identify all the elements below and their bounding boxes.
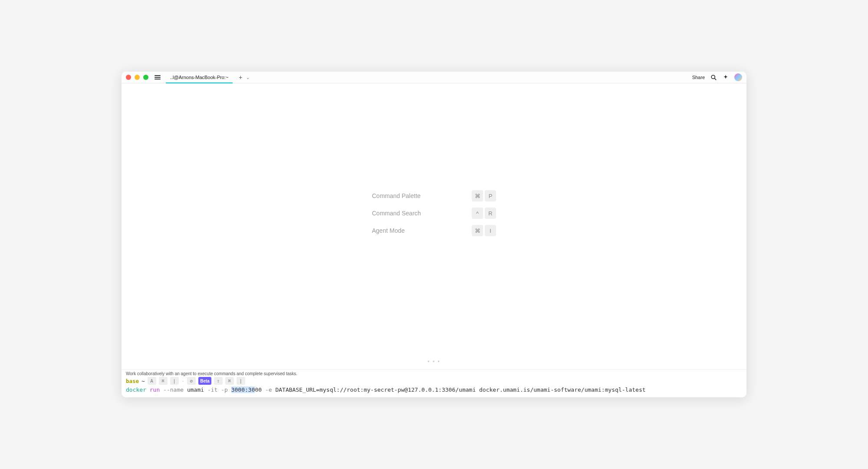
titlebar-right: Share [692,73,742,81]
key-p: P [485,190,496,201]
app-window: ..l@Arnons-MacBook-Pro:~ + ⌄ Share Comma… [122,72,746,397]
shortcut-keys: ⌘ P [472,190,496,201]
tab-title: ..l@Arnons-MacBook-Pro:~ [170,75,228,80]
shortcuts-list: Command Palette ⌘ P Command Search ^ R A… [372,190,496,236]
key-i: I [485,225,496,236]
tab-dropdown-icon[interactable]: ⌄ [246,75,250,80]
maximize-button[interactable] [143,75,148,80]
footer: Work collaboratively with an agent to ex… [122,369,746,397]
search-icon[interactable] [710,74,717,81]
traffic-lights [126,75,148,80]
shortcut-keys: ⌘ I [472,225,496,236]
shortcut-command-palette: Command Palette ⌘ P [372,190,496,201]
env-name: base [126,378,139,384]
titlebar: ..l@Arnons-MacBook-Pro:~ + ⌄ Share [122,72,746,83]
key-cmd: ⌘ [472,190,483,201]
agent-hint: Work collaboratively with an agent to ex… [126,371,742,376]
cmd-docker: docker [126,386,146,393]
prompt-toolbar: base ~ A ⌘ | · ⊘ Beta ⇧ ⌘ | [126,377,742,385]
cmd-port-selected: 3000:30 [231,386,255,393]
share-button[interactable]: Share [692,75,705,80]
shortcut-keys: ^ R [472,208,496,219]
key-ctrl: ^ [472,208,483,219]
key-r: R [485,208,496,219]
shift-key-icon[interactable]: ⇧ [214,377,223,385]
cwd-tilde: ~ [141,378,145,384]
add-tab-button[interactable]: + [237,74,244,81]
shortcut-label: Command Palette [372,192,437,199]
overflow-icon[interactable]: • • • [427,359,440,365]
key-cmd: ⌘ [472,225,483,236]
circle-icon[interactable]: ⊘ [187,377,196,385]
command-input[interactable]: docker run --name umami -it -p 3000:3000… [126,386,742,393]
divider: · [181,378,185,384]
cmd-image: docker.umami.is/umami-software/umami:mys… [479,386,646,393]
cmd-run: run [150,386,160,393]
tab-active[interactable]: ..l@Arnons-MacBook-Pro:~ [166,72,233,83]
cmd-env-var: DATABASE_URL=mysql://root:my-secret-pw@1… [275,386,476,393]
svg-line-1 [714,78,716,80]
cmd-flag-p: -p [221,386,228,393]
cmd-key-icon[interactable]: ⌘ [225,377,234,385]
ai-button[interactable]: A [148,377,156,385]
cmd-flag-e: -e [265,386,272,393]
close-button[interactable] [126,75,131,80]
cmd-arg-umami: umami [187,386,204,393]
shortcut-label: Agent Mode [372,227,437,234]
cmd-port-rest: 00 [255,386,262,393]
minimize-button[interactable] [135,75,140,80]
sparkle-icon[interactable] [722,74,729,81]
avatar[interactable] [734,73,742,81]
shortcut-command-search: Command Search ^ R [372,208,496,219]
cmd-key-icon[interactable]: ⌘ [159,377,168,385]
beta-badge: Beta [198,377,211,385]
svg-point-0 [711,75,715,79]
pipe-key-icon[interactable]: | [237,377,245,385]
menu-icon[interactable] [155,75,161,79]
shortcut-agent-mode: Agent Mode ⌘ I [372,225,496,236]
shortcut-label: Command Search [372,210,437,217]
cmd-flag-name: --name [163,386,184,393]
pipe-key-icon[interactable]: | [170,377,179,385]
main-pane: Command Palette ⌘ P Command Search ^ R A… [122,83,746,369]
cmd-flag-it: -it [207,386,217,393]
